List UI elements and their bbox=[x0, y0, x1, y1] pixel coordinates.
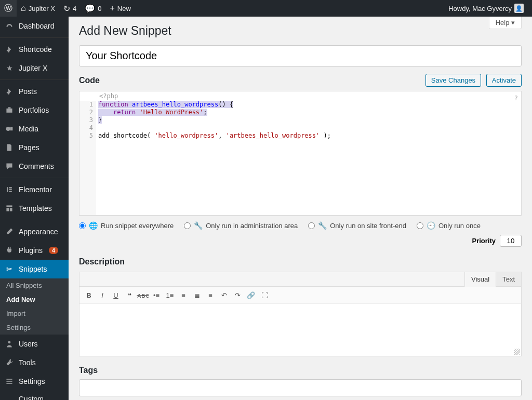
description-section-title: Description bbox=[79, 257, 522, 266]
scissors-icon: ✂ bbox=[4, 264, 15, 274]
svg-point-10 bbox=[8, 341, 11, 343]
resize-handle[interactable] bbox=[514, 349, 520, 355]
sidebar-item-customfields[interactable]: Custom Fields bbox=[0, 391, 69, 400]
globe-icon: 🌐 bbox=[89, 221, 98, 230]
comment-icon: 💬 bbox=[85, 4, 95, 14]
updates-count: 4 bbox=[73, 5, 76, 12]
svg-rect-4 bbox=[9, 187, 12, 188]
submenu-settings[interactable]: Settings bbox=[0, 321, 69, 335]
editor-toolbar: B I U ❝ ᴀʙᴄ •≡ 1≡ ≡ ≣ ≡ ↶ ↷ 🔗 ⛶ bbox=[79, 287, 521, 304]
tab-text[interactable]: Text bbox=[496, 272, 521, 286]
code-gutter: 1 2 3 4 5 bbox=[79, 101, 96, 215]
tab-visual[interactable]: Visual bbox=[464, 272, 496, 287]
sidebar-item-media[interactable]: Media bbox=[0, 119, 69, 138]
sidebar-item-users[interactable]: Users bbox=[0, 335, 69, 353]
sidebar-item-snippets[interactable]: ✂Snippets bbox=[0, 260, 69, 278]
sidebar-item-pages[interactable]: Pages bbox=[0, 138, 69, 157]
sidebar-item-elementor[interactable]: Elementor bbox=[0, 180, 69, 199]
portfolio-icon bbox=[4, 105, 15, 115]
redo-icon[interactable]: ↷ bbox=[231, 289, 244, 301]
new-content-link[interactable]: +New bbox=[105, 0, 135, 17]
svg-rect-9 bbox=[10, 208, 12, 211]
description-textarea[interactable] bbox=[79, 304, 521, 356]
snippets-submenu: All Snippets Add New Import Settings bbox=[0, 278, 69, 335]
submenu-add-new[interactable]: Add New bbox=[0, 292, 69, 306]
refresh-icon: ↻ bbox=[63, 4, 70, 14]
quote-icon[interactable]: ❝ bbox=[123, 289, 136, 301]
svg-rect-13 bbox=[6, 383, 12, 384]
submenu-import[interactable]: Import bbox=[0, 306, 69, 321]
sliders-icon bbox=[4, 376, 15, 386]
svg-rect-1 bbox=[8, 107, 11, 108]
new-label: New bbox=[117, 5, 131, 12]
fullscreen-icon[interactable]: ⛶ bbox=[258, 289, 271, 301]
sidebar-item-templates[interactable]: Templates bbox=[0, 199, 69, 218]
sidebar-item-posts[interactable]: Posts bbox=[0, 82, 69, 101]
align-left-icon[interactable]: ≡ bbox=[177, 289, 190, 301]
sidebar-item-appearance[interactable]: Appearance bbox=[0, 222, 69, 241]
comments-count: 0 bbox=[98, 5, 101, 12]
svg-rect-0 bbox=[6, 109, 12, 113]
comments-icon bbox=[4, 161, 15, 171]
submenu-all-snippets[interactable]: All Snippets bbox=[0, 278, 69, 292]
sidebar-item-dashboard[interactable]: Dashboard bbox=[0, 17, 69, 35]
bold-icon[interactable]: B bbox=[83, 289, 95, 301]
strikethrough-icon[interactable]: ᴀʙᴄ bbox=[137, 289, 149, 301]
activate-button[interactable]: Activate bbox=[486, 74, 522, 87]
code-content[interactable]: function artbees_hello_wordpress() { ret… bbox=[96, 101, 521, 215]
clock-icon: 🕘 bbox=[427, 221, 435, 230]
pin-icon bbox=[4, 86, 15, 97]
sidebar-item-tools[interactable]: Tools bbox=[0, 353, 69, 372]
underline-icon[interactable]: U bbox=[110, 289, 122, 301]
admin-toolbar: ⓦ ⌂Jupiter X ↻4 💬0 +New Howdy, Mac Gyver… bbox=[0, 0, 532, 17]
italic-icon[interactable]: I bbox=[96, 289, 109, 301]
align-right-icon[interactable]: ≡ bbox=[204, 289, 217, 301]
run-admin-option[interactable]: 🔧Only run in administration area bbox=[184, 221, 298, 230]
run-options-row: 🌐Run snippet everywhere 🔧Only run in adm… bbox=[79, 216, 522, 252]
sidebar-item-jupiterx[interactable]: ★Jupiter X bbox=[0, 59, 69, 77]
numbered-list-icon[interactable]: 1≡ bbox=[164, 289, 176, 301]
elementor-icon bbox=[4, 184, 15, 195]
svg-rect-11 bbox=[6, 379, 12, 380]
code-section-title: Code bbox=[79, 76, 100, 85]
comments-link[interactable]: 💬0 bbox=[81, 0, 105, 17]
svg-point-2 bbox=[6, 127, 10, 131]
sidebar-item-settings[interactable]: Settings bbox=[0, 372, 69, 391]
run-everywhere-option[interactable]: 🌐Run snippet everywhere bbox=[79, 221, 174, 230]
updates-link[interactable]: ↻4 bbox=[59, 0, 81, 17]
bullet-list-icon[interactable]: •≡ bbox=[150, 289, 163, 301]
editor-help-icon[interactable]: ? bbox=[514, 95, 518, 102]
code-editor[interactable]: <?php 1 2 3 4 5 function artbees_hello_w… bbox=[79, 91, 522, 216]
tags-input[interactable] bbox=[79, 379, 522, 396]
wp-logo[interactable]: ⓦ bbox=[0, 0, 17, 17]
site-name-link[interactable]: ⌂Jupiter X bbox=[17, 0, 59, 17]
run-once-option[interactable]: 🕘Only run once bbox=[417, 221, 481, 230]
sidebar-item-plugins[interactable]: Plugins4 bbox=[0, 241, 69, 260]
help-tab[interactable]: Help ▾ bbox=[489, 17, 522, 29]
priority-input[interactable] bbox=[500, 235, 522, 247]
link-icon[interactable]: 🔗 bbox=[245, 289, 257, 301]
sidebar-item-shortcode[interactable]: Shortcode bbox=[0, 40, 69, 59]
run-frontend-option[interactable]: 🔧Only run on site front-end bbox=[308, 221, 406, 230]
wrench-icon: 🔧 bbox=[194, 221, 203, 230]
fields-icon bbox=[4, 398, 15, 400]
chevron-down-icon: ▾ bbox=[511, 19, 515, 26]
svg-rect-6 bbox=[9, 191, 12, 192]
avatar: 👤 bbox=[514, 4, 524, 13]
media-icon bbox=[4, 124, 15, 134]
howdy-account[interactable]: Howdy, Mac Gyvercy 👤 bbox=[444, 0, 528, 17]
wrench-icon: 🔧 bbox=[318, 221, 327, 230]
snippet-title-input[interactable] bbox=[79, 45, 522, 66]
page-icon bbox=[4, 142, 15, 153]
save-changes-button-top[interactable]: Save Changes bbox=[425, 74, 481, 87]
users-icon bbox=[4, 339, 15, 349]
svg-rect-12 bbox=[6, 381, 12, 382]
sidebar-item-comments[interactable]: Comments bbox=[0, 157, 69, 176]
align-center-icon[interactable]: ≣ bbox=[191, 289, 203, 301]
sidebar-item-portfolios[interactable]: Portfolios bbox=[0, 101, 69, 119]
undo-icon[interactable]: ↶ bbox=[218, 289, 230, 301]
star-icon: ★ bbox=[4, 63, 15, 73]
tags-section-title: Tags bbox=[79, 366, 522, 375]
plugins-badge: 4 bbox=[49, 247, 58, 254]
svg-rect-5 bbox=[9, 189, 12, 190]
